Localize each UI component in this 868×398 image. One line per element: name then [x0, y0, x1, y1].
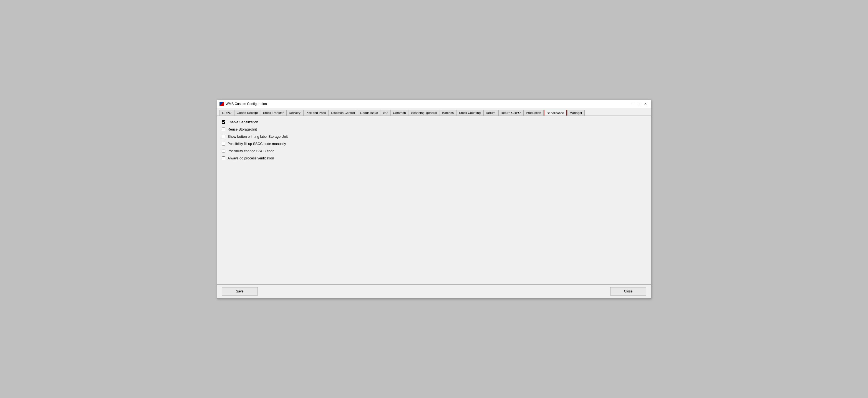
app-icon: [219, 102, 224, 106]
tab-batches[interactable]: Batches: [439, 110, 456, 116]
tab-goods-receipt[interactable]: Goods Receipt: [234, 110, 260, 116]
tab-dispatch-control[interactable]: Dispatch Control: [329, 110, 358, 116]
tab-stock-transfer[interactable]: Stock Transfer: [260, 110, 286, 116]
tab-common[interactable]: Common: [391, 110, 408, 116]
label-always-process-verification[interactable]: Always do process verification: [227, 157, 274, 160]
content-area: Enable SerializationReuse StorageUnitSho…: [217, 116, 651, 284]
main-window: WMS Custom Configuration ─ □ ✕ GRPOGoods…: [217, 100, 651, 298]
label-possibility-fill-sscc[interactable]: Possibility fill up SSCC code manually: [227, 142, 286, 146]
checkbox-row-enable-serialization: Enable Serialization: [222, 120, 646, 124]
tab-goods-issue[interactable]: Goods Issue: [358, 110, 381, 116]
tab-return-grpo[interactable]: Return GRPO: [498, 110, 523, 116]
tab-su[interactable]: SU: [381, 110, 390, 116]
title-bar-buttons: ─ □ ✕: [629, 101, 649, 107]
minimize-button[interactable]: ─: [629, 101, 635, 107]
title-bar-left: WMS Custom Configuration: [219, 102, 267, 106]
label-reuse-storage-unit[interactable]: Reuse StorageUnit: [227, 127, 257, 131]
close-window-button[interactable]: ✕: [642, 101, 649, 107]
checkbox-possibility-change-sscc[interactable]: [222, 149, 225, 153]
label-enable-serialization[interactable]: Enable Serialization: [227, 120, 258, 124]
tab-pick-and-pack[interactable]: Pick and Pack: [303, 110, 329, 116]
checkbox-always-process-verification[interactable]: [222, 157, 225, 160]
checkbox-row-possibility-fill-sscc: Possibility fill up SSCC code manually: [222, 142, 646, 146]
save-button[interactable]: Save: [222, 287, 258, 295]
label-show-button-printing[interactable]: Show button printing label Storage Unit: [227, 135, 288, 139]
title-bar: WMS Custom Configuration ─ □ ✕: [217, 100, 651, 108]
tab-delivery[interactable]: Delivery: [286, 110, 303, 116]
tab-serialization[interactable]: Serialization: [544, 110, 567, 116]
restore-button[interactable]: □: [636, 101, 642, 107]
checkbox-row-possibility-change-sscc: Possibility change SSCC code: [222, 149, 646, 153]
checkbox-row-show-button-printing: Show button printing label Storage Unit: [222, 135, 646, 139]
tab-production[interactable]: Production: [523, 110, 544, 116]
tab-stock-counting[interactable]: Stock Counting: [457, 110, 483, 116]
close-button[interactable]: Close: [610, 287, 646, 295]
footer: Save Close: [217, 284, 651, 298]
label-possibility-change-sscc[interactable]: Possibility change SSCC code: [227, 149, 274, 153]
tab-bar: GRPOGoods ReceiptStock TransferDeliveryP…: [217, 108, 651, 116]
tab-scanning-general[interactable]: Scanning: general: [409, 110, 439, 116]
checkbox-enable-serialization[interactable]: [222, 120, 225, 124]
window-title: WMS Custom Configuration: [226, 102, 267, 106]
tab-return[interactable]: Return: [484, 110, 498, 116]
checkbox-possibility-fill-sscc[interactable]: [222, 142, 225, 145]
tab-grpo[interactable]: GRPO: [219, 110, 234, 116]
tab-manager[interactable]: Manager: [567, 110, 585, 116]
checkbox-row-reuse-storage-unit: Reuse StorageUnit: [222, 127, 646, 131]
checkbox-reuse-storage-unit[interactable]: [222, 127, 225, 131]
checkbox-show-button-printing[interactable]: [222, 135, 225, 138]
checkbox-row-always-process-verification: Always do process verification: [222, 157, 646, 160]
footer-right: Close: [610, 287, 646, 295]
